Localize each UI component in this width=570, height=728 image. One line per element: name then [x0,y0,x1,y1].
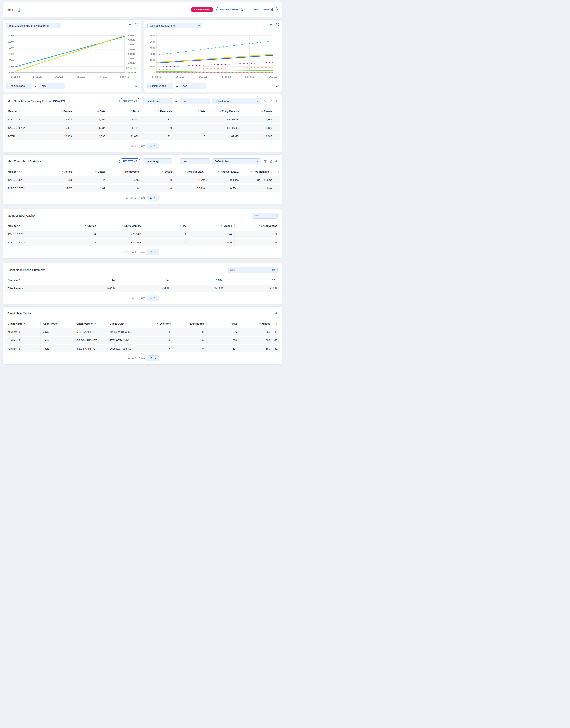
time-from-input[interactable]: 1 minute ago [143,159,173,164]
add-table-icon[interactable]: + [275,160,278,163]
column-header[interactable]: ^Entry Memory [208,108,242,115]
cell-client-name: hz.client_3 [5,345,41,352]
edit-view-icon[interactable] [269,99,273,103]
delete-view-trash-icon[interactable] [264,99,267,103]
column-header[interactable]: ^30m [172,277,226,284]
cell: 0.45ms [175,176,208,183]
view-select-label: Default View [215,160,229,163]
page-size-select[interactable]: 10 [147,195,159,201]
column-header[interactable]: ^Avg Put Late… [175,168,208,175]
chart-metric-label: Operations/s (Outliers) [150,24,176,27]
sort-caret: ^ [220,110,221,113]
fullscreen-icon[interactable] [276,23,279,26]
chart-settings-gear-icon[interactable]: ⚙ [134,84,137,88]
svg-text:9000: 9000 [9,47,14,49]
column-header[interactable]: ^Misses [190,222,235,229]
column-header[interactable]: ^Misses [240,320,273,327]
cell: 822.96 kB [208,116,242,123]
sort-caret: ^ [94,323,96,325]
add-table-icon[interactable]: + [275,312,278,315]
column-header[interactable]: ^Sets [175,108,208,115]
column-header-truncated[interactable]: ^ [273,320,280,327]
edit-view-icon[interactable] [269,160,273,163]
column-header[interactable]: ^1h [226,277,280,284]
column-header[interactable]: Client Name^ [5,320,41,327]
delete-view-trash-icon[interactable] [264,160,267,163]
time-to-input[interactable]: now [180,159,210,164]
page-size-select[interactable]: 10 [147,355,159,361]
column-header-statistic[interactable]: Statistic^ [5,277,64,284]
column-header[interactable]: ^Entries [41,108,75,115]
column-header[interactable]: ^Evictions [140,320,174,327]
page-size-select[interactable]: 10 [147,249,159,255]
cell: 27523e79-d2f6-4… [107,337,140,344]
cell: 10,863 [41,133,75,140]
column-header[interactable]: ^5m [118,277,172,284]
add-chart-icon[interactable]: + [270,23,272,26]
view-select[interactable]: Default View [212,98,261,104]
column-header[interactable]: ^Entry Memory [99,222,144,229]
column-header[interactable]: ^1m [64,277,118,284]
column-header[interactable]: ^Puts/s [41,168,75,175]
column-header[interactable]: ^Events [242,108,275,115]
page-size-select[interactable]: 10 [147,143,159,149]
reset-time-button[interactable]: RESET TIME [119,98,140,104]
column-header[interactable]: ^Hits [207,320,240,327]
chart-time-from-input[interactable]: 5 minutes ago [148,83,173,89]
reset-time-button[interactable]: RESET TIME [119,159,140,164]
sort-caret: ^ [216,279,217,282]
column-header[interactable]: ^Removes/s [108,168,141,175]
chart-canvas-operations[interactable]: 600050004000300020001000014:52:5214:53:5… [148,33,279,83]
column-header[interactable]: ^Removals [141,108,175,115]
now-input[interactable]: Now [252,213,278,219]
cell: 0 [174,345,207,352]
column-header[interactable]: ^Puts [108,108,141,115]
fullscreen-icon[interactable] [134,23,137,26]
cell-member: 127.0.0.1:5701 [5,116,41,123]
cell: Java [41,328,74,336]
cell: 11,033 [108,133,141,140]
cell: 11,100 [242,124,275,132]
column-header[interactable]: ^Gets [75,108,108,115]
chart-time-to-input[interactable]: now [180,83,206,89]
clear-data-button[interactable]: CLEAR DATA [191,7,213,12]
column-header[interactable]: ^Avg Remove … [242,168,275,175]
chart-settings-gear-icon[interactable]: ⚙ [275,84,279,88]
now-datetime-input[interactable]: Now [228,267,278,273]
chart-metric-select[interactable]: Operations/s (Outliers) [148,23,203,28]
page-size-value: 10 [150,250,152,253]
column-header[interactable]: ^Gets/s [75,168,108,175]
column-header-member[interactable]: Member^ [5,168,41,175]
time-to-input[interactable]: now [180,98,210,104]
document-icon[interactable] [18,8,21,11]
column-header[interactable]: Client Version^ [74,320,107,327]
view-select[interactable]: Default View [212,159,261,164]
add-table-icon[interactable]: + [275,100,278,103]
column-header[interactable]: ^Avg Get Late… [208,168,242,175]
chart-canvas-entries-memory[interactable]: 1.62 MB1.53 MB1.43 MB1.34 MB1.24 MB1.14 … [6,33,137,83]
column-header[interactable]: ^Hits [144,222,189,229]
cell: 321 [141,133,175,140]
sort-caret: ^ [19,279,20,282]
column-header-member[interactable]: Member^ [5,222,53,229]
time-from-input[interactable]: 1 minute ago [143,98,173,104]
column-header-truncated[interactable]: ^ [275,168,280,175]
chart-time-to-input[interactable]: now [39,83,65,89]
column-header[interactable]: ^Entries [53,222,99,229]
chart-metric-select[interactable]: Total Entries and Memory (Outliers) [6,23,61,28]
chart-time-from-input[interactable]: 5 minutes ago [6,83,32,89]
column-header[interactable]: ^Sets/s [141,168,175,175]
add-chart-icon[interactable]: + [128,23,131,26]
page-size-select[interactable]: 10 [147,295,159,301]
column-header[interactable]: Client Type^ [41,320,74,327]
column-header-member[interactable]: Member^ [5,108,41,115]
column-header[interactable]: Client UUID^ [107,320,140,327]
column-header[interactable]: ^Effectiveness [235,222,280,229]
cell: 0 [140,345,174,352]
sort-caret: ^ [61,110,62,113]
cell: 637 [207,345,240,352]
calendar-icon [272,268,275,271]
map-config-button[interactable]: MAP CONFIG ⚙ [250,7,278,12]
map-browser-button[interactable]: MAP BROWSER [216,7,247,12]
column-header[interactable]: ^Expirations [174,320,207,327]
